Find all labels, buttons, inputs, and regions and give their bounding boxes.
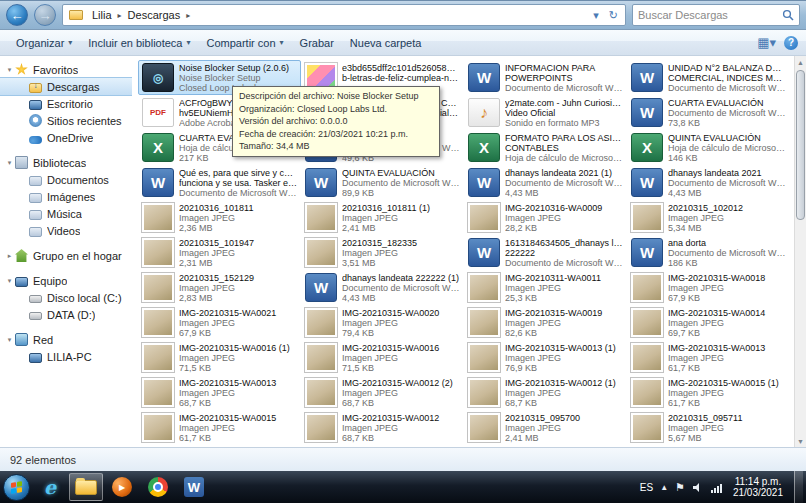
- file-name: Qué es, para que sirve y cómo: [179, 168, 297, 178]
- file-tile[interactable]: ♪ y2mate.com - Juhn CuriosidadVideo Ofic…: [464, 95, 627, 130]
- change-view-icon[interactable]: ▦▾: [757, 35, 776, 50]
- collapse-arrow-icon[interactable]: ▾: [4, 336, 15, 344]
- taskbar-app-windows-explorer[interactable]: [69, 473, 103, 501]
- file-tile[interactable]: 20210316_101811 (1)Imagen JPEG2,41 MB: [301, 200, 464, 235]
- file-detail: Imagen JPEG: [179, 213, 297, 223]
- sidebar-item-música[interactable]: Música: [0, 205, 132, 222]
- file-tile[interactable]: IMG-20210315-WA0018Imagen JPEG67,9 KB: [627, 270, 790, 305]
- file-detail: Documento de Microsoft Word: [342, 283, 460, 293]
- network-icon[interactable]: [710, 482, 722, 493]
- hidden-icons-icon[interactable]: ▲: [660, 483, 668, 492]
- vertical-scrollbar[interactable]: ▲ ▼: [794, 56, 806, 447]
- history-dropdown-icon[interactable]: ▾: [588, 9, 604, 22]
- help-icon[interactable]: ?: [784, 36, 798, 50]
- refresh-icon[interactable]: ↻: [604, 9, 623, 22]
- sidebar-item-descargas[interactable]: Descargas: [0, 78, 132, 95]
- file-tile[interactable]: W CUARTA EVALUACIÓNDocumento de Microsof…: [627, 95, 790, 130]
- file-tile[interactable]: IMG-20210315-WA0013Imagen JPEG68,7 KB: [138, 375, 301, 410]
- file-tile[interactable]: IMG-20210315-WA0015Imagen JPEG61,7 KB: [138, 410, 301, 445]
- expand-arrow-icon[interactable]: ▸: [4, 252, 15, 260]
- language-indicator[interactable]: ES: [640, 482, 653, 493]
- show-desktop-button[interactable]: [794, 471, 803, 503]
- forward-button[interactable]: →: [34, 4, 56, 26]
- sidebar-item-onedrive[interactable]: OneDrive: [0, 129, 132, 146]
- file-tile[interactable]: 20210315_101947Imagen JPEG2,31 MB: [138, 235, 301, 270]
- taskbar-clock[interactable]: 11:14 p.m. 21/03/2021: [729, 476, 787, 499]
- file-tile[interactable]: W dhanays landeata 2021 (1)Documento de …: [464, 165, 627, 200]
- file-tile[interactable]: W dhanays landeata 2021Documento de Micr…: [627, 165, 790, 200]
- file-tile[interactable]: W Qué es, para que sirve y cómofunciona …: [138, 165, 301, 200]
- share-with-button[interactable]: Compartir con ▾: [199, 33, 292, 53]
- file-tile[interactable]: 20210315_095700Imagen JPEG2,41 MB: [464, 410, 627, 445]
- file-tile[interactable]: IMG-20210315-WA0014Imagen JPEG69,7 KB: [627, 305, 790, 340]
- burn-button[interactable]: Grabar: [292, 33, 342, 53]
- sidebar-item-data-d-[interactable]: DATA (D:): [0, 306, 132, 323]
- action-center-flag-icon[interactable]: ⚑: [675, 481, 685, 494]
- sidebar-item-bibliotecas[interactable]: ▾Bibliotecas: [0, 154, 132, 171]
- sidebar-item-sitios-recientes[interactable]: Sitios recientes: [0, 112, 132, 129]
- file-tile[interactable]: 20210315_102012Imagen JPEG5,34 MB: [627, 200, 790, 235]
- file-tile[interactable]: IMG-20210311-WA0011Imagen JPEG25,3 KB: [464, 270, 627, 305]
- file-detail: 79,4 KB: [342, 328, 460, 338]
- file-tile[interactable]: IMG-20210315-WA0019Imagen JPEG82,6 KB: [464, 305, 627, 340]
- sidebar-item-disco-local-c-[interactable]: Disco local (C:): [0, 289, 132, 306]
- sidebar-item-grupo-en-el-hogar[interactable]: ▸Grupo en el hogar: [0, 247, 132, 264]
- file-tile[interactable]: IMG-20210315-WA0012 (2)Imagen JPEG68,7 K…: [301, 375, 464, 410]
- back-button[interactable]: ←: [6, 4, 28, 26]
- breadcrumb[interactable]: Lilia ▸ Descargas ▸ ▾ ↻: [62, 4, 626, 26]
- breadcrumb-root[interactable]: Lilia: [87, 7, 117, 23]
- file-tile[interactable]: IMG-20210315-WA0015 (1)Imagen JPEG61,7 K…: [627, 375, 790, 410]
- file-tile[interactable]: IMG-20210315-WA0020Imagen JPEG79,4 KB: [301, 305, 464, 340]
- volume-icon[interactable]: [692, 482, 703, 493]
- file-tile[interactable]: IMG-20210316-WA0009Imagen JPEG28,2 KB: [464, 200, 627, 235]
- file-tile[interactable]: W 1613184634505_dhanays landeata222222Do…: [464, 235, 627, 270]
- file-tile[interactable]: 20210315_095711Imagen JPEG5,67 MB: [627, 410, 790, 445]
- file-tile[interactable]: W dhanays landeata 222222 (1)Documento d…: [301, 270, 464, 305]
- organize-button[interactable]: Organizar ▾: [8, 33, 80, 53]
- file-tile[interactable]: W UNIDAD N°2 BALANZA DE PAGOSCOMERCIAL, …: [627, 60, 790, 95]
- collapse-arrow-icon[interactable]: ▾: [4, 277, 15, 285]
- sidebar-item-equipo[interactable]: ▾Equipo: [0, 272, 132, 289]
- sidebar-item-escritorio[interactable]: Escritorio: [0, 95, 132, 112]
- breadcrumb-current[interactable]: Descargas: [123, 7, 186, 23]
- file-detail: 82,6 KB: [505, 328, 623, 338]
- taskbar-app-chrome[interactable]: [141, 473, 175, 501]
- breadcrumb-separator-icon[interactable]: ▸: [117, 11, 123, 20]
- file-tile[interactable]: 20210316_101811Imagen JPEG2,36 MB: [138, 200, 301, 235]
- search-input[interactable]: [638, 9, 782, 21]
- file-tile[interactable]: W ana dortaDocumento de Microsoft Word18…: [627, 235, 790, 270]
- taskbar-app-internet-explorer[interactable]: e: [33, 473, 67, 501]
- scroll-up-icon[interactable]: ▲: [795, 56, 806, 68]
- file-tile[interactable]: IMG-20210315-WA0013Imagen JPEG61,7 KB: [627, 340, 790, 375]
- file-tile[interactable]: IMG-20210315-WA0016 (1)Imagen JPEG71,5 K…: [138, 340, 301, 375]
- file-tile[interactable]: IMG-20210315-WA0012 (1)Imagen JPEG68,7 K…: [464, 375, 627, 410]
- sidebar-item-red[interactable]: ▾Red: [0, 331, 132, 348]
- sidebar-item-documentos[interactable]: Documentos: [0, 171, 132, 188]
- file-tile[interactable]: IMG-20210315-WA0021Imagen JPEG67,9 KB: [138, 305, 301, 340]
- file-tile[interactable]: X FORMATO PARA LOS ASIENTOSCONTABLESHoja…: [464, 130, 627, 165]
- taskbar-app-word[interactable]: W: [177, 473, 211, 501]
- scrollbar-thumb[interactable]: [796, 70, 805, 220]
- file-tile[interactable]: W QUINTA EVALUACIÓNDocumento de Microsof…: [301, 165, 464, 200]
- file-tile[interactable]: 20210315_182335Imagen JPEG3,51 MB: [301, 235, 464, 270]
- file-tile[interactable]: 20210315_152129Imagen JPEG2,83 MB: [138, 270, 301, 305]
- collapse-arrow-icon[interactable]: ▾: [4, 159, 15, 167]
- sidebar-item-lilia-pc[interactable]: LILIA-PC: [0, 348, 132, 365]
- file-tile[interactable]: W INFORMACION PARAPOWERPOINTSDocumento d…: [464, 60, 627, 95]
- sidebar-item-favoritos[interactable]: ▾Favoritos: [0, 61, 132, 78]
- file-tile[interactable]: IMG-20210315-WA0012Imagen JPEG68,7 KB: [301, 410, 464, 445]
- new-folder-button[interactable]: Nueva carpeta: [342, 33, 430, 53]
- file-tile[interactable]: X QUINTA EVALUACIÓNHoja de cálculo de Mi…: [627, 130, 790, 165]
- sidebar-item-imágenes[interactable]: Imágenes: [0, 188, 132, 205]
- scroll-down-icon[interactable]: ▼: [795, 435, 806, 447]
- taskbar-app-media-player[interactable]: ▶: [105, 473, 139, 501]
- sidebar-item-videos[interactable]: Videos: [0, 222, 132, 239]
- breadcrumb-separator-icon[interactable]: ▸: [185, 11, 191, 20]
- include-in-library-button[interactable]: Incluir en biblioteca ▾: [80, 33, 198, 53]
- scrollbar-track[interactable]: [795, 68, 806, 435]
- collapse-arrow-icon[interactable]: ▾: [4, 66, 15, 74]
- file-tile[interactable]: IMG-20210315-WA0016Imagen JPEG71,5 KB: [301, 340, 464, 375]
- file-tile[interactable]: IMG-20210315-WA0013 (1)Imagen JPEG76,9 K…: [464, 340, 627, 375]
- search-box[interactable]: [632, 4, 800, 26]
- start-button[interactable]: [3, 474, 30, 501]
